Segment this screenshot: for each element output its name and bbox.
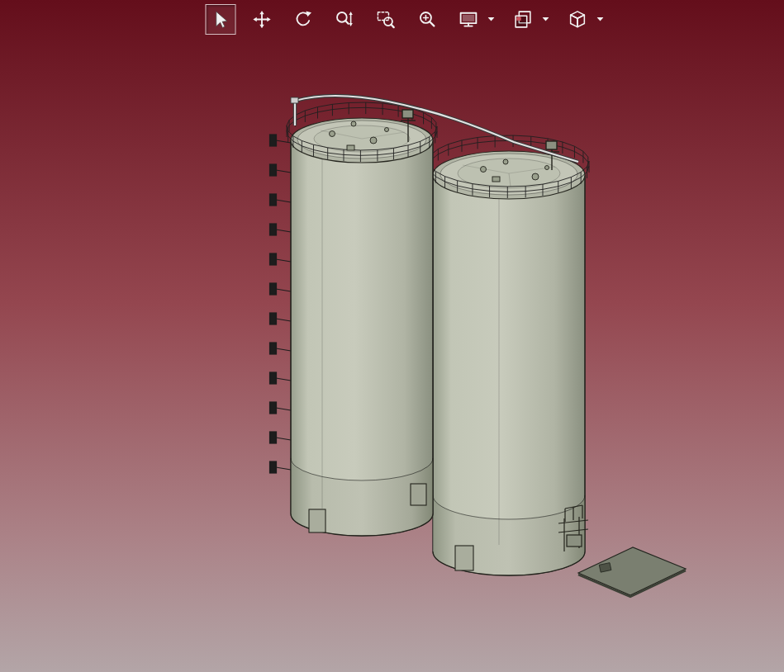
display-mode-group [453, 4, 497, 35]
view-settings-dropdown[interactable] [540, 4, 551, 35]
zoom-inout-tool-button[interactable] [329, 4, 359, 35]
left-storage-tank[interactable] [287, 102, 437, 536]
zoom-area-tool-button[interactable] [370, 4, 401, 35]
pipe-elbow [291, 97, 298, 103]
monitor-icon [458, 9, 478, 30]
magnifier-plus-icon [416, 9, 437, 30]
chevron-down-icon [597, 17, 604, 21]
select-tool-button[interactable] [205, 4, 235, 35]
rotate-circular-arrow-icon [292, 9, 313, 30]
pan-arrows-icon [251, 9, 272, 30]
view-settings-group [507, 4, 551, 35]
cursor-arrow-icon [210, 9, 230, 30]
display-mode-button[interactable] [453, 4, 483, 35]
left-tank-rear-access-door [411, 484, 426, 505]
pan-tool-button[interactable] [246, 4, 277, 35]
view-orientation-group [562, 4, 606, 35]
view-orientation-button[interactable] [562, 4, 592, 35]
display-mode-dropdown[interactable] [486, 4, 497, 35]
cube-icon [567, 9, 587, 30]
chevron-down-icon [488, 17, 495, 21]
magnifier-dashed-area-icon [375, 9, 396, 30]
chevron-down-icon [543, 17, 549, 21]
view-settings-button[interactable] [507, 4, 538, 35]
rotate-tool-button[interactable] [287, 4, 318, 35]
zoom-fit-tool-button[interactable] [411, 4, 442, 35]
viewport-3d[interactable] [0, 0, 784, 672]
view-orientation-dropdown[interactable] [595, 4, 606, 35]
layered-sheets-icon [512, 9, 533, 30]
right-tank-access-door [455, 546, 473, 570]
left-tank-access-door [309, 509, 325, 532]
viewer-window [0, 0, 784, 672]
view-toolbar [205, 4, 606, 35]
magnifier-updown-arrow-icon [334, 9, 354, 30]
